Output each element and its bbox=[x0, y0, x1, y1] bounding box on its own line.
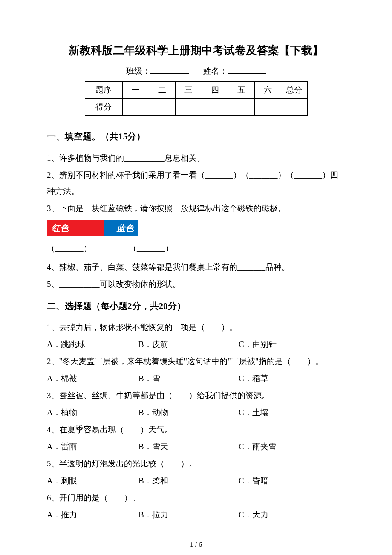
s2-q4-b[interactable]: B．雪天 bbox=[138, 439, 239, 455]
s2-q5-c[interactable]: C．昏暗 bbox=[239, 473, 345, 489]
s2-q4-stem: 4、在夏季容易出现（ ）天气。 bbox=[47, 422, 345, 438]
section-2-heading: 二、选择题（每小题2分，共20分） bbox=[47, 300, 345, 312]
s2-q4-c[interactable]: C．雨夹雪 bbox=[239, 439, 345, 455]
s1-q2: 2、辨别不同材料的杯子我们采用了看一看（_______）（_______）（__… bbox=[47, 167, 345, 199]
s2-q4-a[interactable]: A．雷雨 bbox=[47, 439, 138, 455]
s2-q1-a[interactable]: A．跳跳球 bbox=[47, 336, 138, 353]
magnet-blank-right[interactable]: （_______） bbox=[129, 244, 173, 253]
s1-q3: 3、下面是一块红蓝磁铁，请你按照一般规律标出这个磁铁的磁极。 bbox=[47, 200, 345, 217]
cell-score-label: 得分 bbox=[85, 98, 122, 116]
cell-score[interactable] bbox=[281, 98, 307, 116]
s2-q4-options: A．雷雨 B．雪天 C．雨夹雪 bbox=[47, 439, 345, 455]
s2-q1-b[interactable]: B．皮筋 bbox=[138, 336, 239, 353]
table-row: 得分 bbox=[85, 98, 307, 116]
s2-q2-a[interactable]: A．棉被 bbox=[47, 370, 138, 387]
s2-q5-a[interactable]: A．刺眼 bbox=[47, 473, 138, 489]
s2-q6-c[interactable]: C．大力 bbox=[239, 507, 345, 523]
name-blank[interactable] bbox=[228, 66, 266, 74]
cell-header: 三 bbox=[175, 81, 202, 98]
s2-q5-options: A．刺眼 B．柔和 C．昏暗 bbox=[47, 473, 345, 489]
name-label: 姓名： bbox=[203, 66, 228, 75]
cell-header: 二 bbox=[149, 81, 175, 98]
s2-q6-a[interactable]: A．推力 bbox=[47, 507, 138, 523]
magnet-red-half: 红色 bbox=[47, 220, 104, 236]
s2-q6-stem: 6、开门用的是（ ）。 bbox=[47, 490, 345, 506]
cell-score[interactable] bbox=[202, 98, 228, 116]
magnet-blanks: （_______） （_______） bbox=[47, 240, 345, 257]
s2-q3-a[interactable]: A．植物 bbox=[47, 405, 138, 421]
class-label: 班级： bbox=[126, 66, 150, 75]
s1-q4: 4、辣椒、茄子、白菜、菠菜等都是我们餐桌上常有的_______品种。 bbox=[47, 259, 345, 275]
s1-q1: 1、许多植物与我们的__________息息相关。 bbox=[47, 150, 345, 166]
cell-header: 六 bbox=[254, 81, 281, 98]
cell-score[interactable] bbox=[175, 98, 202, 116]
s1-q5: 5、__________可以改变物体的形状。 bbox=[47, 276, 345, 292]
s2-q2-c[interactable]: C．稻草 bbox=[239, 370, 345, 387]
s2-q1-stem: 1、去掉力后，物体形状不能恢复的一项是（ ）。 bbox=[47, 319, 345, 335]
cell-header: 四 bbox=[202, 81, 228, 98]
s2-q3-stem: 3、蚕丝被、丝绸、牛奶等都是由（ ）给我们提供的资源。 bbox=[47, 387, 345, 404]
cell-header: 五 bbox=[228, 81, 254, 98]
cell-header-label: 题序 bbox=[85, 81, 122, 98]
score-table: 题序 一 二 三 四 五 六 总分 得分 bbox=[85, 81, 308, 116]
cell-score[interactable] bbox=[228, 98, 254, 116]
s2-q5-b[interactable]: B．柔和 bbox=[138, 473, 239, 489]
magnet-diagram: 红色 蓝色 bbox=[47, 220, 345, 236]
cell-score[interactable] bbox=[122, 98, 149, 116]
s2-q6-options: A．推力 B．拉力 C．大力 bbox=[47, 507, 345, 523]
s2-q3-b[interactable]: B．动物 bbox=[138, 405, 239, 421]
s2-q3-c[interactable]: C．土壤 bbox=[239, 405, 345, 421]
s2-q2-options: A．棉被 B．雪 C．稻草 bbox=[47, 370, 345, 387]
class-name-row: 班级： 姓名： bbox=[47, 66, 345, 77]
cell-score[interactable] bbox=[254, 98, 281, 116]
s2-q5-stem: 5、半透明的灯泡发出的光比较（ ）。 bbox=[47, 456, 345, 472]
cell-header: 总分 bbox=[281, 81, 307, 98]
class-blank[interactable] bbox=[150, 66, 189, 74]
cell-score[interactable] bbox=[149, 98, 175, 116]
s2-q3-options: A．植物 B．动物 C．土壤 bbox=[47, 405, 345, 421]
page-number: 1 / 6 bbox=[47, 540, 345, 549]
s2-q2-stem: 2、"冬天麦盖三层被，来年枕着馒头睡"这句话中的"三层被"指的是（ ）。 bbox=[47, 353, 345, 370]
magnet-blank-left[interactable]: （_______） bbox=[47, 244, 92, 253]
table-row: 题序 一 二 三 四 五 六 总分 bbox=[85, 81, 307, 98]
s2-q6-b[interactable]: B．拉力 bbox=[138, 507, 239, 523]
page-title: 新教科版二年级科学上册期中考试卷及答案【下载】 bbox=[47, 43, 345, 58]
cell-header: 一 bbox=[122, 81, 149, 98]
magnet-blue-half: 蓝色 bbox=[104, 220, 138, 236]
section-1-heading: 一、填空题。（共15分） bbox=[47, 130, 345, 143]
s2-q1-c[interactable]: C．曲别针 bbox=[239, 336, 345, 353]
s2-q1-options: A．跳跳球 B．皮筋 C．曲别针 bbox=[47, 336, 345, 353]
s2-q2-b[interactable]: B．雪 bbox=[138, 370, 239, 387]
